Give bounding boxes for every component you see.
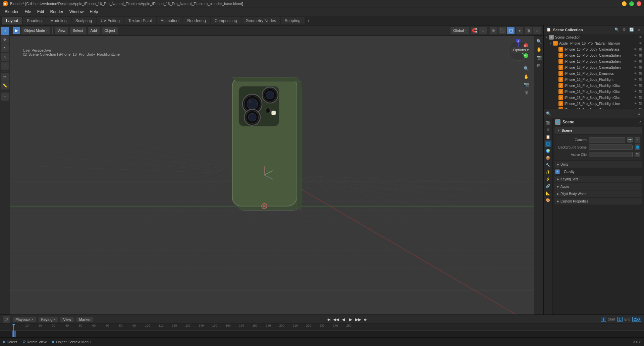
- frame-next-btn[interactable]: ▶▶: [355, 316, 361, 323]
- tool-transform[interactable]: ⊞: [1, 62, 9, 70]
- vis-eye-icon[interactable]: 👁: [633, 53, 638, 58]
- keying-sets-section[interactable]: ▶ Keying Sets: [554, 176, 642, 182]
- keying-menu[interactable]: Keying ▾: [39, 317, 58, 322]
- list-item[interactable]: ▽ iPhone_16_Pro_Body_Dynamics 👁 🎬: [544, 70, 644, 76]
- tab-texture-paint[interactable]: Texture Paint: [124, 17, 156, 24]
- prop-scene-icon[interactable]: 🌐: [545, 140, 551, 147]
- vis-eye-icon[interactable]: 👁: [633, 101, 638, 106]
- prop-material-icon[interactable]: 🎨: [545, 197, 551, 204]
- list-item[interactable]: ▼ S Scene Collection 👁: [544, 34, 644, 40]
- menu-file[interactable]: File: [22, 9, 34, 15]
- quad-view-icon[interactable]: ⊞: [523, 89, 530, 96]
- tab-geometry-nodes[interactable]: Geometry Nodes: [241, 17, 280, 24]
- vp-camera-icon[interactable]: 📷: [535, 54, 543, 61]
- prop-world-icon[interactable]: 🌍: [545, 148, 551, 154]
- menu-help[interactable]: Help: [87, 9, 101, 15]
- jump-start-btn[interactable]: ⏮: [326, 316, 332, 323]
- vp-magnify-icon[interactable]: 🔍: [535, 38, 543, 45]
- active-clip-value[interactable]: [589, 152, 633, 157]
- tab-uv-editing[interactable]: UV Editing: [97, 17, 124, 24]
- prop-physics-icon[interactable]: ⚡: [545, 176, 551, 182]
- vis-eye-icon[interactable]: 👁: [633, 77, 638, 82]
- playback-menu[interactable]: Playback ▾: [13, 317, 36, 322]
- vis-eye-icon[interactable]: 👁: [633, 95, 638, 100]
- prop-data-icon[interactable]: 📐: [545, 190, 551, 196]
- vis-render-icon[interactable]: 🎬: [638, 65, 643, 70]
- outliner-sync-btn[interactable]: 🔄: [629, 27, 635, 33]
- tab-scripting[interactable]: Scripting: [281, 17, 305, 24]
- prop-object-icon[interactable]: 📦: [545, 155, 551, 161]
- viewport-view-menu[interactable]: View: [55, 27, 68, 34]
- tab-sculpting[interactable]: Sculpting: [71, 17, 96, 24]
- viewport-shading-solid[interactable]: ●: [516, 27, 523, 34]
- vis-render-icon[interactable]: 🎬: [638, 95, 643, 100]
- menu-window[interactable]: Window: [67, 9, 87, 15]
- prop-search-icon[interactable]: 🔍: [545, 110, 552, 117]
- viewport-object-menu[interactable]: Object: [102, 27, 118, 34]
- vis-eye-icon[interactable]: 👁: [633, 65, 638, 70]
- outliner-filter-btn[interactable]: ⚙: [621, 27, 627, 33]
- tool-move[interactable]: ✥: [1, 36, 9, 44]
- viewport-options-button[interactable]: Options ▾: [511, 47, 532, 53]
- viewport-gizmo-icon[interactable]: ⊕: [490, 27, 497, 34]
- viewport-shading-render[interactable]: ○: [533, 27, 541, 34]
- audio-section[interactable]: ▶ Audio: [554, 183, 642, 190]
- frame-start-field[interactable]: 1: [617, 317, 623, 322]
- hand-icon[interactable]: ✋: [523, 73, 530, 80]
- prop-output-icon[interactable]: 🖥: [545, 126, 551, 133]
- outliner-list[interactable]: ▼ S Scene Collection 👁 ▼ ▽ Apple_iPhone_…: [544, 34, 644, 109]
- add-workspace-button[interactable]: +: [305, 17, 312, 24]
- current-frame-display[interactable]: 1: [601, 317, 606, 322]
- viewport-canvas[interactable]: User Perspective (1) Scene Collection | …: [10, 36, 543, 314]
- bg-scene-btn[interactable]: 🌐: [635, 145, 640, 150]
- scene-section-header[interactable]: ▼ Scene: [554, 127, 642, 134]
- list-item[interactable]: ▽ iPhone_16_Pro_Body_CameraSphen 👁 🎬: [544, 58, 644, 64]
- tab-animation[interactable]: Animation: [157, 17, 182, 24]
- vis-eye-icon[interactable]: 👁: [633, 107, 638, 109]
- menu-edit[interactable]: Edit: [35, 9, 47, 15]
- viewport-global-dropdown[interactable]: Global ▾: [450, 27, 469, 34]
- viewport-proportional-icon[interactable]: ○: [479, 27, 487, 34]
- list-item[interactable]: ▽ iPhone_16_Pro_Body_FlashlightLine 👁 🎬: [544, 101, 644, 107]
- prop-modifier-icon[interactable]: 🔧: [545, 162, 551, 168]
- prop-render-icon[interactable]: 🎬: [545, 119, 551, 126]
- vis-eye-icon[interactable]: 👁: [633, 71, 638, 76]
- vp-quad-icon[interactable]: ⊞: [535, 62, 543, 69]
- vis-render-icon[interactable]: 🎬: [638, 83, 643, 88]
- timeline-view-menu[interactable]: View: [60, 317, 74, 322]
- tool-add[interactable]: +: [1, 93, 9, 101]
- gravity-checkbox[interactable]: ✓: [555, 169, 560, 174]
- vis-eye-icon[interactable]: 👁: [638, 35, 643, 40]
- list-item[interactable]: ▽ iPhone_16_Pro_Body_CameraSphen 👁 🎬: [544, 64, 644, 70]
- vis-render-icon[interactable]: 🎬: [638, 47, 643, 52]
- active-clip-btn[interactable]: 🎬: [635, 152, 640, 157]
- menu-render[interactable]: Render: [47, 9, 66, 15]
- list-item[interactable]: ▽ iPhone_16_Pro_Body_Glass 👁 🎬: [544, 107, 644, 109]
- tab-modeling[interactable]: Modeling: [46, 17, 71, 24]
- prop-particles-icon[interactable]: ✨: [545, 169, 551, 175]
- camera-new-btn[interactable]: +: [635, 137, 640, 142]
- viewport-shading-material[interactable]: ◑: [525, 27, 532, 34]
- vis-render-icon[interactable]: 🎬: [638, 107, 643, 109]
- list-item[interactable]: ▽ iPhone_16_Pro_Body_FlashlightGlas 👁 🎬: [544, 89, 644, 95]
- list-item[interactable]: ▽ iPhone_16_Pro_Body_FlashlightGlas 👁 🎬: [544, 82, 644, 89]
- maximize-button[interactable]: □: [629, 1, 634, 6]
- camera-picker-btn[interactable]: 📷: [627, 137, 633, 142]
- viewport-overlay-icon[interactable]: ⬛: [498, 27, 506, 34]
- frame-prev-btn[interactable]: ◀◀: [333, 316, 339, 323]
- list-item[interactable]: ▼ ▽ Apple_iPhone_16_Pro_Natural_Titanium…: [544, 40, 644, 46]
- list-item[interactable]: ▽ iPhone_16_Pro_Body_Flashlight 👁 🎬: [544, 76, 644, 82]
- prop-more-icon[interactable]: ≡: [636, 110, 643, 117]
- outliner-more-btn[interactable]: ≡: [636, 27, 642, 33]
- tab-shading[interactable]: Shading: [23, 17, 46, 24]
- vis-eye-icon[interactable]: 👁: [633, 59, 638, 64]
- close-button[interactable]: ✕: [637, 1, 641, 6]
- vis-render-icon[interactable]: 🎬: [638, 53, 643, 58]
- play-btn[interactable]: ▶: [348, 316, 354, 323]
- vis-eye-icon[interactable]: 👁: [633, 89, 638, 94]
- tool-measure[interactable]: 📏: [1, 81, 9, 90]
- viewport-snap-icon[interactable]: 🧲: [471, 27, 478, 34]
- tool-scale[interactable]: ⤡: [1, 53, 9, 61]
- camera-value[interactable]: [589, 137, 625, 142]
- prop-viewlayer-icon[interactable]: 📋: [545, 133, 551, 140]
